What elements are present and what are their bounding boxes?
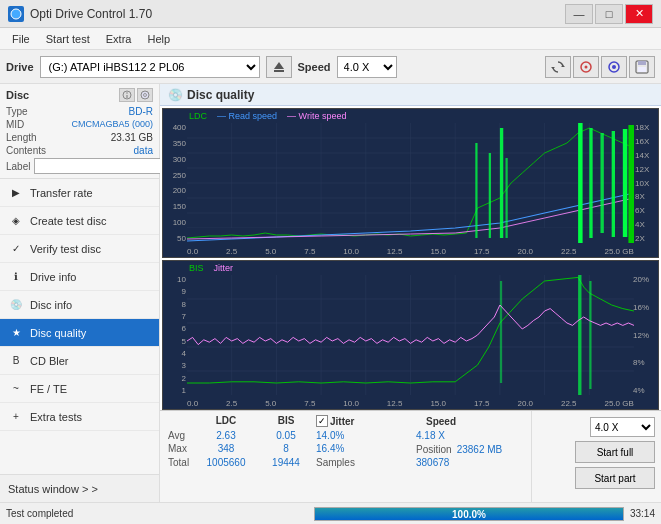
- sidebar-item-verify-test-disc[interactable]: ✓ Verify test disc: [0, 235, 159, 263]
- disc-mid-value: CMCMAGBA5 (000): [71, 119, 153, 130]
- chart1-legend-ldc: LDC: [189, 111, 207, 121]
- speed-label: Speed: [298, 61, 331, 73]
- stats-avg-row: Avg 2.63 0.05 14.0% 4.18 X: [168, 430, 523, 441]
- chart2-y-right: 20% 16% 12% 8% 4%: [633, 275, 657, 395]
- menu-start-test[interactable]: Start test: [38, 31, 98, 47]
- burn-button[interactable]: [601, 56, 627, 78]
- sidebar-item-cd-bler[interactable]: B CD Bler: [0, 347, 159, 375]
- quality-speed-select[interactable]: 4.0 X: [590, 417, 655, 437]
- progress-bar-container: 100.0%: [314, 507, 624, 521]
- disc-eject-icon[interactable]: [137, 88, 153, 102]
- svg-rect-33: [187, 228, 634, 243]
- svg-rect-41: [612, 131, 615, 237]
- sidebar-item-disc-info[interactable]: 💿 Disc info: [0, 291, 159, 319]
- time-label: 33:14: [630, 508, 655, 519]
- svg-rect-35: [489, 153, 491, 238]
- sidebar-item-transfer-rate-label: Transfer rate: [30, 187, 93, 199]
- jitter-check-container: ✓ Jitter: [316, 415, 416, 427]
- eject-button[interactable]: [266, 56, 292, 78]
- sidebar-item-disc-quality-label: Disc quality: [30, 327, 86, 339]
- disc-type-row: Type BD-R: [6, 106, 153, 117]
- chart2-svg: [187, 275, 634, 395]
- stats-right-panel: 4.0 X Start full Start part: [531, 411, 661, 502]
- statusbar: Test completed 100.0% 33:14: [0, 502, 661, 524]
- sidebar-item-extra-tests[interactable]: + Extra tests: [0, 403, 159, 431]
- chart2-legend: BIS Jitter: [189, 263, 233, 273]
- chart1-y-left: 400 350 300 250 200 150 100 50: [164, 123, 186, 243]
- maximize-button[interactable]: □: [595, 4, 623, 24]
- minimize-button[interactable]: —: [565, 4, 593, 24]
- disc-type-value: BD-R: [129, 106, 153, 117]
- disc-contents-row: Contents data: [6, 145, 153, 156]
- speed-select[interactable]: 4.0 X: [337, 56, 397, 78]
- refresh-button[interactable]: [545, 56, 571, 78]
- save-button[interactable]: [629, 56, 655, 78]
- start-part-button[interactable]: Start part: [575, 467, 655, 489]
- sidebar: Disc Type BD-R MID CMCMAGBA5 (000): [0, 84, 160, 502]
- header-speed-container: Speed: [426, 415, 506, 427]
- menu-file[interactable]: File: [4, 31, 38, 47]
- stats-total-row: Total 1005660 19444 Samples 380678: [168, 457, 523, 468]
- start-full-button[interactable]: Start full: [575, 441, 655, 463]
- sidebar-item-cd-bler-label: CD Bler: [30, 355, 69, 367]
- svg-rect-40: [600, 133, 603, 233]
- svg-rect-58: [578, 275, 581, 395]
- close-button[interactable]: ✕: [625, 4, 653, 24]
- content-header-title: Disc quality: [187, 88, 254, 102]
- status-window-label: Status window > >: [8, 483, 98, 495]
- menubar: File Start test Extra Help: [0, 28, 661, 50]
- sidebar-item-create-test-disc[interactable]: ◈ Create test disc: [0, 207, 159, 235]
- svg-marker-4: [551, 67, 555, 69]
- disc-header: Disc: [6, 88, 153, 102]
- avg-jitter: 14.0%: [316, 430, 416, 441]
- verify-test-disc-icon: ✓: [8, 241, 24, 257]
- toolbar-icons: [545, 56, 655, 78]
- svg-rect-42: [623, 129, 627, 237]
- chart1-x-axis: 0.0 2.5 5.0 7.5 10.0 12.5 15.0 17.5 20.0…: [187, 247, 634, 256]
- chart1-svg: [187, 123, 634, 243]
- sidebar-item-transfer-rate[interactable]: ▶ Transfer rate: [0, 179, 159, 207]
- stats-max-row: Max 348 8 16.4% Position 23862 MB: [168, 443, 523, 455]
- jitter-checkbox[interactable]: ✓: [316, 415, 328, 427]
- avg-ldc: 2.63: [196, 430, 256, 441]
- svg-rect-59: [589, 281, 591, 389]
- disc-quality-icon: ★: [8, 325, 24, 341]
- svg-rect-36: [500, 128, 503, 238]
- svg-rect-37: [505, 158, 507, 238]
- content-header-icon: 💿: [168, 88, 183, 102]
- disc-title: Disc: [6, 89, 29, 101]
- menu-help[interactable]: Help: [139, 31, 178, 47]
- status-window-button[interactable]: Status window > >: [0, 474, 159, 502]
- label-input[interactable]: [34, 158, 167, 174]
- menu-extra[interactable]: Extra: [98, 31, 140, 47]
- window-title: Opti Drive Control 1.70: [30, 7, 565, 21]
- disc-button[interactable]: [573, 56, 599, 78]
- fe-te-icon: ~: [8, 381, 24, 397]
- transfer-rate-icon: ▶: [8, 185, 24, 201]
- disc-mid-label: MID: [6, 119, 24, 130]
- sidebar-item-drive-info[interactable]: ℹ Drive info: [0, 263, 159, 291]
- max-ldc: 348: [196, 443, 256, 455]
- chart1: LDC — Read speed — Write speed 400 350 3…: [162, 108, 659, 258]
- stats-header-row: LDC BIS ✓ Jitter Speed: [196, 415, 523, 427]
- disc-label-label: Label: [6, 161, 30, 172]
- window-controls: — □ ✕: [565, 4, 653, 24]
- header-speed: Speed: [426, 416, 456, 427]
- svg-rect-43: [628, 125, 634, 243]
- sidebar-item-create-test-disc-label: Create test disc: [30, 215, 106, 227]
- svg-rect-34: [475, 143, 477, 238]
- disc-info-icon[interactable]: [119, 88, 135, 102]
- sidebar-item-disc-quality[interactable]: ★ Disc quality: [0, 319, 159, 347]
- disc-contents-label: Contents: [6, 145, 46, 156]
- svg-point-13: [126, 92, 128, 94]
- svg-point-15: [141, 91, 149, 99]
- chart1-legend: LDC — Read speed — Write speed: [189, 111, 346, 121]
- charts-wrapper: LDC — Read speed — Write speed 400 350 3…: [160, 106, 661, 410]
- avg-bis: 0.05: [256, 430, 316, 441]
- sidebar-item-fe-te[interactable]: ~ FE / TE: [0, 375, 159, 403]
- position-value: 23862 MB: [457, 444, 503, 455]
- max-jitter: 16.4%: [316, 443, 416, 455]
- drive-select[interactable]: (G:) ATAPI iHBS112 2 PL06: [40, 56, 260, 78]
- position-label: Position: [416, 444, 452, 455]
- header-ldc: LDC: [196, 415, 256, 427]
